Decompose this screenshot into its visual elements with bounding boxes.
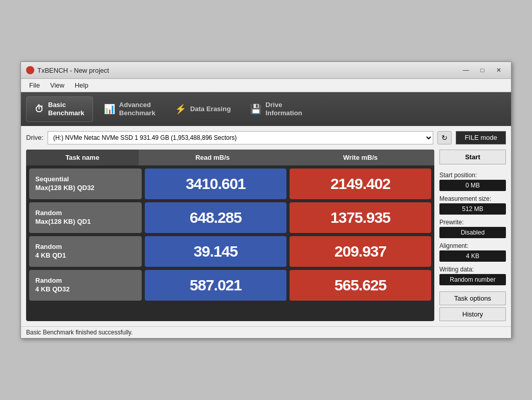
prewrite-value: Disabled (439, 227, 506, 238)
row-write-3: 565.625 (290, 270, 431, 301)
alignment-label: Alignment: (439, 242, 506, 249)
header-write: Write mB/s (286, 150, 434, 165)
header-task: Task name (26, 150, 139, 165)
toolbar: ⏱ BasicBenchmark 📊 AdvancedBenchmark ⚡ D… (21, 92, 511, 125)
table-row: Random 4 KB QD32 587.021 565.625 (29, 270, 431, 301)
window-controls: — □ ✕ (459, 65, 506, 75)
table-row: Random Max(128 KB) QD1 648.285 1375.935 (29, 202, 431, 233)
history-button[interactable]: History (439, 307, 506, 321)
title-bar: TxBENCH - New project — □ ✕ (21, 62, 511, 79)
data-erasing-icon: ⚡ (175, 103, 186, 115)
tab-advanced-label: AdvancedBenchmark (119, 101, 156, 117)
close-button[interactable]: ✕ (492, 65, 506, 75)
file-mode-button[interactable]: FILE mode (456, 131, 506, 144)
benchmark-table: Task name Read mB/s Write mB/s Sequentia… (26, 150, 434, 321)
table-row: Sequential Max(128 KB) QD32 3410.601 214… (29, 169, 431, 199)
drive-row: Drive: (H:) NVMe Netac NVMe SSD 1 931.49… (26, 131, 506, 144)
table-header: Task name Read mB/s Write mB/s (26, 150, 434, 165)
side-panel: Start Start position: 0 MB Measurement s… (439, 150, 506, 321)
row-label-2: Random 4 KB QD1 (29, 236, 142, 267)
alignment-section: Alignment: 4 KB (439, 242, 506, 262)
tab-drive-information[interactable]: 💾 DriveInformation (241, 96, 311, 121)
status-bar: Basic Benchmark finished successfully. (21, 326, 511, 338)
minimize-button[interactable]: — (459, 65, 473, 75)
row-read-3: 587.021 (145, 270, 286, 301)
content-area: Drive: (H:) NVMe Netac NVMe SSD 1 931.49… (21, 126, 511, 326)
row-read-1: 648.285 (145, 202, 286, 233)
tab-erasing-label: Data Erasing (190, 105, 231, 113)
table-body: Sequential Max(128 KB) QD32 3410.601 214… (26, 165, 434, 304)
tab-basic-benchmark[interactable]: ⏱ BasicBenchmark (26, 96, 93, 121)
title-bar-left: TxBENCH - New project (26, 66, 109, 74)
basic-benchmark-icon: ⏱ (35, 104, 44, 115)
drive-information-icon: 💾 (250, 103, 261, 115)
measurement-size-label: Measurement size: (439, 195, 506, 202)
row-read-2: 39.145 (145, 236, 286, 267)
menu-view[interactable]: View (46, 80, 69, 91)
measurement-size-value: 512 MB (439, 203, 506, 215)
maximize-button[interactable]: □ (475, 65, 490, 75)
task-options-button[interactable]: Task options (439, 291, 506, 305)
row-label-0: Sequential Max(128 KB) QD32 (29, 169, 142, 199)
header-read: Read mB/s (139, 150, 286, 165)
writing-data-value: Random number (439, 274, 506, 285)
tab-data-erasing[interactable]: ⚡ Data Erasing (166, 96, 239, 121)
drive-select[interactable]: (H:) NVMe Netac NVMe SSD 1 931.49 GB (1,… (48, 131, 433, 144)
tab-advanced-benchmark[interactable]: 📊 AdvancedBenchmark (95, 96, 164, 121)
prewrite-section: Prewrite: Disabled (439, 219, 506, 238)
menu-help[interactable]: Help (71, 80, 93, 91)
drive-label: Drive: (26, 134, 43, 141)
app-icon (26, 66, 34, 74)
row-write-1: 1375.935 (290, 202, 431, 233)
table-row: Random 4 KB QD1 39.145 209.937 (29, 236, 431, 267)
row-write-2: 209.937 (290, 236, 431, 267)
prewrite-label: Prewrite: (439, 219, 506, 226)
writing-data-label: Writing data: (439, 266, 506, 273)
tab-drive-label: DriveInformation (265, 101, 302, 117)
start-position-section: Start position: 0 MB (439, 172, 506, 191)
tab-basic-label: BasicBenchmark (48, 101, 84, 117)
main-area: Task name Read mB/s Write mB/s Sequentia… (26, 150, 506, 321)
window-title: TxBENCH - New project (37, 67, 109, 74)
start-position-value: 0 MB (439, 180, 506, 191)
row-label-1: Random Max(128 KB) QD1 (29, 202, 142, 233)
alignment-value: 4 KB (439, 250, 506, 262)
start-position-label: Start position: (439, 172, 506, 179)
row-write-0: 2149.402 (290, 169, 431, 199)
advanced-benchmark-icon: 📊 (104, 103, 115, 115)
main-window: TxBENCH - New project — □ ✕ File View He… (20, 61, 512, 338)
status-message: Basic Benchmark finished successfully. (26, 329, 133, 336)
refresh-button[interactable]: ↻ (437, 131, 452, 144)
measurement-size-section: Measurement size: 512 MB (439, 195, 506, 215)
menu-bar: File View Help (21, 79, 511, 92)
start-button[interactable]: Start (439, 150, 506, 164)
row-label-3: Random 4 KB QD32 (29, 270, 142, 301)
row-read-0: 3410.601 (145, 169, 286, 199)
writing-data-section: Writing data: Random number (439, 266, 506, 285)
menu-file[interactable]: File (25, 80, 44, 91)
